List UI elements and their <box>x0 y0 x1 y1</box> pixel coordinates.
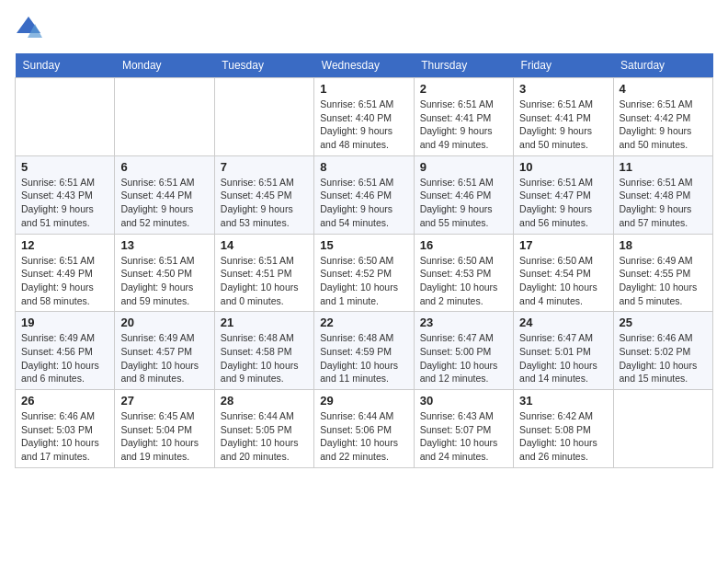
day-number: 12 <box>21 238 108 252</box>
day-info: Sunrise: 6:49 AM Sunset: 4:57 PM Dayligh… <box>120 331 208 385</box>
day-info: Sunrise: 6:51 AM Sunset: 4:41 PM Dayligh… <box>420 98 507 152</box>
day-number: 31 <box>519 394 607 408</box>
calendar-day-cell: 16Sunrise: 6:50 AM Sunset: 4:53 PM Dayli… <box>414 234 513 312</box>
day-info: Sunrise: 6:47 AM Sunset: 5:01 PM Dayligh… <box>519 331 607 385</box>
calendar-day-cell: 12Sunrise: 6:51 AM Sunset: 4:49 PM Dayli… <box>16 234 115 312</box>
day-info: Sunrise: 6:48 AM Sunset: 4:58 PM Dayligh… <box>221 331 308 385</box>
day-info: Sunrise: 6:43 AM Sunset: 5:07 PM Dayligh… <box>420 409 507 464</box>
day-of-week-header: Monday <box>115 53 214 78</box>
day-number: 19 <box>21 316 108 329</box>
day-number: 20 <box>120 316 208 329</box>
day-info: Sunrise: 6:51 AM Sunset: 4:44 PM Dayligh… <box>120 176 208 230</box>
calendar-day-cell: 23Sunrise: 6:47 AM Sunset: 5:00 PM Dayli… <box>414 312 513 390</box>
day-info: Sunrise: 6:49 AM Sunset: 4:55 PM Dayligh… <box>620 254 707 308</box>
day-number: 9 <box>420 160 507 174</box>
day-info: Sunrise: 6:50 AM Sunset: 4:54 PM Dayligh… <box>519 254 607 308</box>
day-info: Sunrise: 6:49 AM Sunset: 4:56 PM Dayligh… <box>21 331 108 385</box>
calendar-week-row: 1Sunrise: 6:51 AM Sunset: 4:40 PM Daylig… <box>16 78 713 156</box>
day-info: Sunrise: 6:46 AM Sunset: 5:03 PM Dayligh… <box>21 409 108 464</box>
calendar-day-cell: 29Sunrise: 6:44 AM Sunset: 5:06 PM Dayli… <box>314 390 414 468</box>
calendar-day-cell: 20Sunrise: 6:49 AM Sunset: 4:57 PM Dayli… <box>115 312 214 390</box>
day-of-week-header: Thursday <box>414 53 513 78</box>
day-of-week-header: Tuesday <box>214 53 313 78</box>
calendar-day-cell: 8Sunrise: 6:51 AM Sunset: 4:46 PM Daylig… <box>314 155 414 234</box>
calendar-day-cell: 11Sunrise: 6:51 AM Sunset: 4:48 PM Dayli… <box>613 155 712 234</box>
day-number: 30 <box>420 394 507 408</box>
calendar-week-row: 12Sunrise: 6:51 AM Sunset: 4:49 PM Dayli… <box>16 234 713 312</box>
day-info: Sunrise: 6:51 AM Sunset: 4:51 PM Dayligh… <box>221 254 308 308</box>
day-info: Sunrise: 6:51 AM Sunset: 4:48 PM Dayligh… <box>620 176 707 230</box>
calendar-day-cell <box>115 78 214 156</box>
day-info: Sunrise: 6:51 AM Sunset: 4:50 PM Dayligh… <box>120 254 208 308</box>
day-info: Sunrise: 6:48 AM Sunset: 4:59 PM Dayligh… <box>320 331 407 385</box>
day-number: 29 <box>320 394 407 408</box>
day-number: 11 <box>620 160 707 174</box>
calendar-day-cell: 22Sunrise: 6:48 AM Sunset: 4:59 PM Dayli… <box>314 312 414 390</box>
calendar-day-cell: 30Sunrise: 6:43 AM Sunset: 5:07 PM Dayli… <box>414 390 513 468</box>
day-info: Sunrise: 6:47 AM Sunset: 5:00 PM Dayligh… <box>420 331 507 385</box>
calendar-day-cell <box>214 78 313 156</box>
day-number: 4 <box>620 82 707 96</box>
calendar-day-cell: 18Sunrise: 6:49 AM Sunset: 4:55 PM Dayli… <box>613 234 712 312</box>
day-number: 27 <box>120 394 208 408</box>
day-info: Sunrise: 6:51 AM Sunset: 4:41 PM Dayligh… <box>519 98 607 152</box>
day-number: 15 <box>320 238 407 252</box>
calendar-day-cell: 17Sunrise: 6:50 AM Sunset: 4:54 PM Dayli… <box>514 234 613 312</box>
day-info: Sunrise: 6:45 AM Sunset: 5:04 PM Dayligh… <box>120 409 208 464</box>
day-number: 16 <box>420 238 507 252</box>
calendar-day-cell <box>16 78 115 156</box>
day-number: 1 <box>320 82 407 96</box>
day-info: Sunrise: 6:42 AM Sunset: 5:08 PM Dayligh… <box>519 409 607 464</box>
day-info: Sunrise: 6:51 AM Sunset: 4:47 PM Dayligh… <box>519 176 607 230</box>
calendar-day-cell: 24Sunrise: 6:47 AM Sunset: 5:01 PM Dayli… <box>514 312 613 390</box>
calendar-day-cell: 31Sunrise: 6:42 AM Sunset: 5:08 PM Dayli… <box>514 390 613 468</box>
day-number: 24 <box>519 316 607 329</box>
day-info: Sunrise: 6:44 AM Sunset: 5:05 PM Dayligh… <box>221 409 308 464</box>
calendar-day-cell: 4Sunrise: 6:51 AM Sunset: 4:42 PM Daylig… <box>613 78 712 156</box>
day-number: 17 <box>519 238 607 252</box>
calendar-day-cell: 10Sunrise: 6:51 AM Sunset: 4:47 PM Dayli… <box>514 155 613 234</box>
day-info: Sunrise: 6:51 AM Sunset: 4:49 PM Dayligh… <box>21 254 108 308</box>
day-info: Sunrise: 6:51 AM Sunset: 4:40 PM Dayligh… <box>320 98 407 152</box>
day-number: 23 <box>420 316 507 329</box>
day-number: 3 <box>519 82 607 96</box>
day-info: Sunrise: 6:44 AM Sunset: 5:06 PM Dayligh… <box>320 409 407 464</box>
day-number: 6 <box>120 160 208 174</box>
calendar-day-cell: 9Sunrise: 6:51 AM Sunset: 4:46 PM Daylig… <box>414 155 513 234</box>
day-info: Sunrise: 6:51 AM Sunset: 4:46 PM Dayligh… <box>320 176 407 230</box>
day-info: Sunrise: 6:50 AM Sunset: 4:53 PM Dayligh… <box>420 254 507 308</box>
day-number: 21 <box>221 316 308 329</box>
day-of-week-header: Wednesday <box>314 53 414 78</box>
day-number: 10 <box>519 160 607 174</box>
calendar-day-cell: 6Sunrise: 6:51 AM Sunset: 4:44 PM Daylig… <box>115 155 214 234</box>
day-of-week-header: Sunday <box>16 53 115 78</box>
calendar-day-cell: 28Sunrise: 6:44 AM Sunset: 5:05 PM Dayli… <box>214 390 313 468</box>
day-number: 26 <box>21 394 108 408</box>
day-of-week-header: Friday <box>514 53 613 78</box>
calendar-day-cell: 3Sunrise: 6:51 AM Sunset: 4:41 PM Daylig… <box>514 78 613 156</box>
day-info: Sunrise: 6:51 AM Sunset: 4:45 PM Dayligh… <box>221 176 308 230</box>
calendar-day-cell: 25Sunrise: 6:46 AM Sunset: 5:02 PM Dayli… <box>613 312 712 390</box>
calendar-day-cell: 21Sunrise: 6:48 AM Sunset: 4:58 PM Dayli… <box>214 312 313 390</box>
calendar-week-row: 5Sunrise: 6:51 AM Sunset: 4:43 PM Daylig… <box>16 155 713 234</box>
day-info: Sunrise: 6:51 AM Sunset: 4:46 PM Dayligh… <box>420 176 507 230</box>
day-number: 14 <box>221 238 308 252</box>
calendar-day-cell: 15Sunrise: 6:50 AM Sunset: 4:52 PM Dayli… <box>314 234 414 312</box>
logo-icon <box>15 15 42 42</box>
logo <box>15 15 46 42</box>
calendar-day-cell: 26Sunrise: 6:46 AM Sunset: 5:03 PM Dayli… <box>16 390 115 468</box>
calendar-day-cell: 13Sunrise: 6:51 AM Sunset: 4:50 PM Dayli… <box>115 234 214 312</box>
calendar-day-cell: 5Sunrise: 6:51 AM Sunset: 4:43 PM Daylig… <box>16 155 115 234</box>
calendar: SundayMondayTuesdayWednesdayThursdayFrid… <box>15 53 713 468</box>
day-info: Sunrise: 6:50 AM Sunset: 4:52 PM Dayligh… <box>320 254 407 308</box>
day-of-week-header: Saturday <box>613 53 712 78</box>
calendar-day-cell: 1Sunrise: 6:51 AM Sunset: 4:40 PM Daylig… <box>314 78 414 156</box>
day-number: 22 <box>320 316 407 329</box>
day-number: 8 <box>320 160 407 174</box>
calendar-day-cell: 27Sunrise: 6:45 AM Sunset: 5:04 PM Dayli… <box>115 390 214 468</box>
day-info: Sunrise: 6:51 AM Sunset: 4:43 PM Dayligh… <box>21 176 108 230</box>
calendar-day-cell: 14Sunrise: 6:51 AM Sunset: 4:51 PM Dayli… <box>214 234 313 312</box>
calendar-header-row: SundayMondayTuesdayWednesdayThursdayFrid… <box>16 53 713 78</box>
day-info: Sunrise: 6:51 AM Sunset: 4:42 PM Dayligh… <box>620 98 707 152</box>
day-number: 18 <box>620 238 707 252</box>
